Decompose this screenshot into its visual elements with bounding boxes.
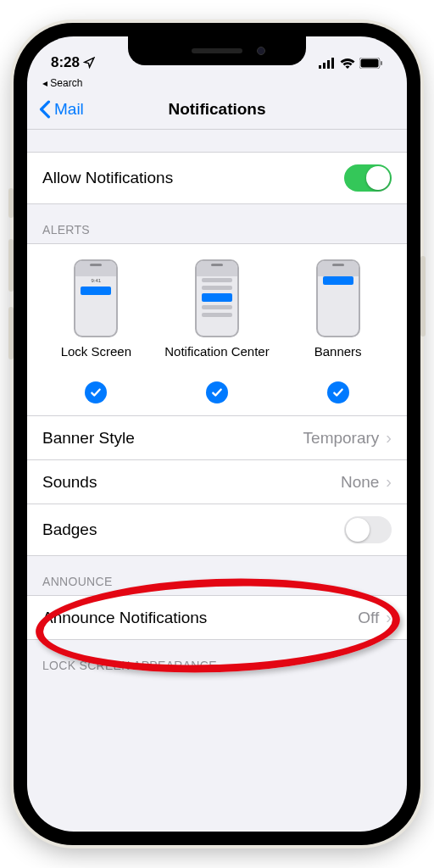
volume-down-button: [8, 307, 14, 359]
cellular-icon: [319, 58, 336, 69]
chevron-right-icon: ›: [386, 472, 392, 492]
alerts-header: ALERTS: [27, 204, 407, 243]
lock-screen-preview-icon: 9:41: [74, 259, 118, 337]
alert-check-icon[interactable]: [85, 381, 107, 403]
banner-style-value: Temporary: [303, 429, 380, 448]
alert-check-icon[interactable]: [206, 381, 228, 403]
speaker-grille: [192, 48, 242, 53]
svg-rect-5: [361, 58, 379, 67]
sounds-value: None: [341, 473, 379, 492]
alert-lock-screen[interactable]: 9:41 Lock Screen: [36, 259, 156, 403]
svg-rect-2: [327, 60, 330, 69]
lock-screen-appearance-header: LOCK SCREEN APPEARANCE: [27, 640, 407, 679]
nav-back-button[interactable]: Mail: [39, 100, 84, 119]
svg-rect-3: [331, 58, 334, 69]
badges-toggle[interactable]: [344, 516, 392, 543]
banner-style-row[interactable]: Banner Style Temporary ›: [27, 416, 407, 460]
status-time: 8:28: [51, 54, 80, 71]
badges-row[interactable]: Badges: [27, 504, 407, 556]
allow-notifications-row[interactable]: Allow Notifications: [27, 152, 407, 204]
front-camera: [257, 47, 265, 55]
nav-bar: Mail Notifications: [27, 89, 407, 130]
phone-frame: 8:28 ◂ Search Mail Notifications Allow N…: [14, 23, 420, 845]
volume-up-button: [8, 239, 14, 292]
banner-style-label: Banner Style: [42, 429, 135, 448]
back-to-app[interactable]: ◂ Search: [27, 77, 407, 89]
allow-notifications-label: Allow Notifications: [42, 169, 173, 187]
sounds-label: Sounds: [42, 473, 97, 492]
banners-preview-icon: [316, 259, 360, 337]
alert-notification-center[interactable]: Notification Center: [157, 259, 276, 403]
sounds-row[interactable]: Sounds None ›: [27, 460, 407, 504]
location-icon: [83, 57, 95, 69]
chevron-right-icon: ›: [386, 608, 392, 627]
announce-notifications-label: Announce Notifications: [42, 609, 207, 627]
battery-icon: [359, 58, 383, 69]
wifi-icon: [340, 58, 355, 69]
notification-center-preview-icon: [195, 259, 239, 337]
allow-notifications-toggle[interactable]: [344, 164, 392, 192]
chevron-right-icon: ›: [386, 428, 392, 448]
alert-label: Banners: [314, 344, 362, 376]
alerts-panel: 9:41 Lock Screen: [27, 243, 407, 416]
announce-notifications-value: Off: [358, 609, 379, 627]
alert-banners[interactable]: Banners: [278, 259, 398, 403]
badges-label: Badges: [42, 520, 97, 539]
chevron-left-icon: [39, 100, 51, 119]
alert-label: Lock Screen: [61, 344, 131, 376]
alert-label: Notification Center: [164, 344, 269, 376]
power-button: [420, 256, 426, 337]
notch: [128, 36, 306, 65]
svg-rect-6: [381, 61, 382, 65]
nav-back-label: Mail: [54, 100, 84, 119]
mute-switch: [8, 188, 14, 218]
content[interactable]: Allow Notifications ALERTS 9:41 Lock Scr…: [27, 130, 407, 832]
svg-rect-0: [319, 65, 321, 69]
svg-rect-1: [323, 63, 326, 69]
page-title: Notifications: [27, 100, 407, 119]
announce-header: ANNOUNCE: [27, 556, 407, 595]
alert-check-icon[interactable]: [327, 381, 349, 403]
announce-notifications-row[interactable]: Announce Notifications Off ›: [27, 595, 407, 640]
screen: 8:28 ◂ Search Mail Notifications Allow N…: [27, 36, 407, 832]
